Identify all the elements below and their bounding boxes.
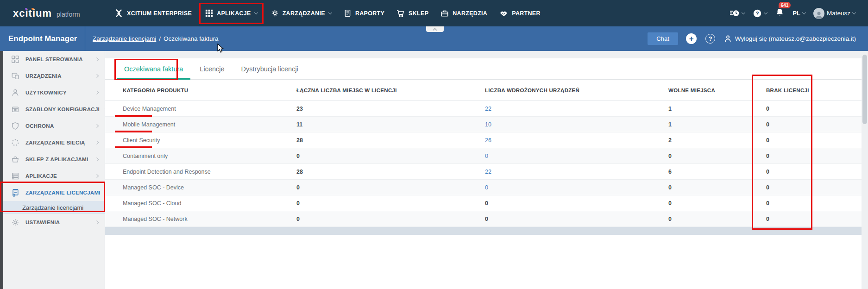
cell-deployed-link[interactable]: 0 xyxy=(485,153,668,159)
nav-item-aplikacje[interactable]: APLIKACJE xyxy=(201,4,262,23)
chat-button[interactable]: Chat xyxy=(648,32,678,45)
help-menu[interactable]: ? xyxy=(750,9,769,18)
tab-bar: Oczekiwana faktura Licencje Dystrybucja … xyxy=(105,58,868,80)
apps-grid-icon xyxy=(205,9,213,17)
cell-total-seats: 0 xyxy=(296,216,485,222)
sidebar-dark-edge xyxy=(0,51,3,289)
settings-gear-icon xyxy=(11,218,19,226)
top-nav-items: XCITIUM ENTERPRISE APLIKACJE ZARZĄDZANIE xyxy=(108,0,547,26)
cell-free-seats: 0 xyxy=(668,153,766,159)
sidebar-item-label: APLIKACJE xyxy=(25,173,57,179)
sidebar-item-uzytkownicy[interactable]: UŻYTKOWNICY xyxy=(0,84,105,101)
sidebar-item-label: URZĄDZENIA xyxy=(25,73,62,79)
table-bottom-band xyxy=(105,227,868,235)
cell-missing-licenses: 0 xyxy=(766,153,868,159)
logout-button[interactable]: Wyloguj się (mateusz.o@zabezpieczenia.it… xyxy=(724,35,856,43)
cell-missing-licenses: 0 xyxy=(766,184,868,191)
breadcrumb: Zarządzanie licencjami / Oczekiwana fakt… xyxy=(93,35,219,42)
scrollbar-thumb[interactable] xyxy=(862,55,867,124)
sidebar-item-urzadzenia[interactable]: URZĄDZENIA xyxy=(0,68,105,84)
cell-free-seats: 1 xyxy=(668,121,766,128)
sidebar-item-label: OCHRONA xyxy=(25,123,54,129)
column-header-wolne-miejsca: WOLNE MIEJSCA xyxy=(668,88,766,93)
column-header-brak-licencji: BRAK LICENCJI xyxy=(766,88,868,93)
nav-label: RAPORTY xyxy=(355,10,384,17)
language-label: PL xyxy=(793,10,800,17)
sidebar-subitem-zarzadzanie-licencjami[interactable]: Zarządzanie licencjami xyxy=(0,201,105,214)
sidebar-item-zarzadzanie-licencjami[interactable]: ZARZĄDZANIE LICENCJAMI xyxy=(0,184,105,201)
cell-free-seats: 0 xyxy=(668,216,766,222)
breadcrumb-separator: / xyxy=(159,35,161,42)
sidebar-item-ochrona[interactable]: OCHRONA xyxy=(0,118,105,134)
cell-free-seats: 1 xyxy=(668,106,766,112)
table-row: Mobile Management 11 10 1 0 xyxy=(105,117,868,132)
nav-item-raporty[interactable]: RAPORTY xyxy=(338,0,390,26)
chevron-up-icon xyxy=(433,28,437,31)
bell-icon xyxy=(775,8,784,17)
cell-missing-licenses: 0 xyxy=(766,106,868,112)
tab-dystrybucja-licencji[interactable]: Dystrybucja licencji xyxy=(233,58,307,79)
report-icon xyxy=(344,9,352,17)
activity-menu[interactable] xyxy=(727,8,747,19)
collapse-header-button[interactable] xyxy=(426,26,444,32)
cell-deployed: 0 xyxy=(485,200,668,207)
sidebar-item-label: USTAWIENIA xyxy=(25,220,60,225)
tab-oczekiwana-faktura[interactable]: Oczekiwana faktura xyxy=(116,58,191,79)
annotation-underline xyxy=(115,131,152,132)
table-row: Managed SOC - Device 0 0 0 0 xyxy=(105,180,868,195)
logo-orange-dot xyxy=(31,8,34,10)
sidebar-item-aplikacje[interactable]: APLIKACJE xyxy=(0,168,105,184)
nav-item-sklep[interactable]: SKLEP xyxy=(390,0,434,26)
table-row: Device Management 23 22 1 0 xyxy=(105,101,868,117)
top-nav-right: ? 641 PL Mateusz xyxy=(727,8,858,19)
configuration-templates-icon xyxy=(11,105,19,113)
table-body: Device Management 23 22 1 0 Mobile Manag… xyxy=(105,101,868,227)
cell-deployed: 0 xyxy=(485,216,668,222)
user-icon xyxy=(11,88,19,97)
header-right: Chat + ? Wyloguj się (mateusz.o@zabezpie… xyxy=(648,32,856,45)
vertical-scrollbar[interactable] xyxy=(862,51,868,289)
cell-missing-licenses: 0 xyxy=(766,137,868,144)
question-circle-icon: ? xyxy=(705,34,715,44)
cart-icon xyxy=(396,9,405,18)
sidebar-subitem-label: Zarządzanie licencjami xyxy=(22,204,83,211)
xcitium-platform-logo: xcitium platform xyxy=(13,7,108,19)
nav-item-xcitium-enterprise[interactable]: XCITIUM ENTERPRISE xyxy=(108,0,198,26)
notifications-button[interactable]: 641 xyxy=(773,8,787,19)
cell-total-seats: 28 xyxy=(296,137,485,144)
devices-icon xyxy=(11,72,19,80)
cell-deployed-link[interactable]: 0 xyxy=(485,184,668,191)
dashboard-icon xyxy=(11,55,19,63)
cell-category: Managed SOC - Cloud xyxy=(123,200,181,207)
content-top-strip xyxy=(105,51,868,58)
compose-button[interactable]: + xyxy=(686,33,697,44)
user-menu[interactable]: Mateusz xyxy=(811,8,858,19)
cell-missing-licenses: 0 xyxy=(766,200,868,207)
language-menu[interactable]: PL xyxy=(790,10,808,17)
cell-deployed-link[interactable]: 22 xyxy=(485,106,668,112)
tab-licencje[interactable]: Licencje xyxy=(191,58,233,79)
chevron-right-icon xyxy=(95,157,99,161)
table-header-row: KATEGORIA PRODUKTU ŁĄCZNA LICZBA MIEJSC … xyxy=(105,80,868,101)
sidebar-item-zarzadzanie-siecia[interactable]: ZARZĄDZANIE SIECIĄ xyxy=(0,134,105,151)
sidebar-item-panel-sterowania[interactable]: PANEL STEROWANIA xyxy=(0,51,105,68)
cell-deployed-link[interactable]: 26 xyxy=(485,137,668,144)
column-header-laczna-liczba-miejsc: ŁĄCZNA LICZBA MIEJSC W LICENCJI xyxy=(296,88,485,93)
xcitium-x-icon xyxy=(114,9,123,18)
sidebar-item-ustawienia[interactable]: USTAWIENIA xyxy=(0,214,105,231)
cell-total-seats: 0 xyxy=(296,153,485,159)
sidebar-item-szablony-konfiguracji[interactable]: SZABLONY KONFIGURACJI xyxy=(0,101,105,118)
nav-item-narzedzia[interactable]: NARZĘDZIA xyxy=(434,0,493,26)
nav-item-zarzadzanie[interactable]: ZARZĄDZANIE xyxy=(265,0,338,26)
cell-deployed-link[interactable]: 10 xyxy=(485,121,668,128)
toolbox-icon xyxy=(440,9,449,18)
cell-deployed-link[interactable]: 22 xyxy=(485,169,668,175)
help-button[interactable]: ? xyxy=(705,33,716,44)
top-nav-bar: xcitium platform XCITIUM ENTERPRISE APLI… xyxy=(0,0,868,26)
chevron-right-icon xyxy=(95,57,99,61)
nav-item-partner[interactable]: PARTNER xyxy=(493,0,547,26)
breadcrumb-link[interactable]: Zarządzanie licencjami xyxy=(93,35,156,42)
annotation-box-aplikacje: APLIKACJE xyxy=(199,3,264,24)
sidebar-item-sklep-z-aplikacjami[interactable]: SKLEP Z APLIKACJAMI xyxy=(0,151,105,168)
chevron-down-icon xyxy=(254,10,258,14)
